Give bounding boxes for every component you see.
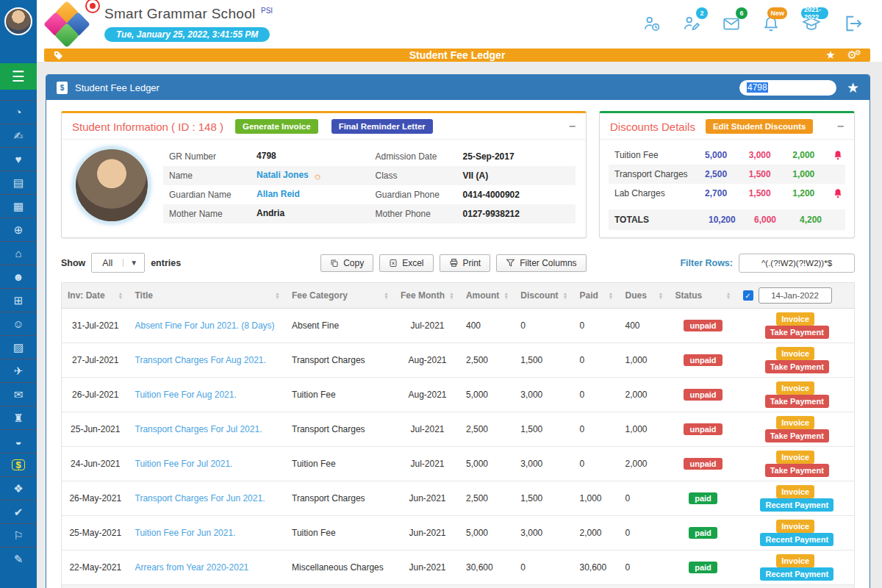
header-dues[interactable]: Dues▲▼ — [620, 283, 670, 309]
status-badge[interactable]: paid — [689, 527, 717, 539]
field-value: VII (A) — [457, 166, 576, 185]
sidebar-item-employees[interactable]: ☺ — [0, 312, 37, 335]
field-value[interactable]: 4798 — [257, 151, 276, 161]
filter-columns-button[interactable]: Filter Columns — [496, 254, 586, 272]
payment-action-button[interactable]: Take Payment — [765, 429, 829, 442]
copy-button[interactable]: Copy — [320, 254, 373, 272]
notifications-badge: New — [767, 7, 787, 19]
header-fee-category[interactable]: Fee Category▲▼ — [286, 283, 395, 309]
sidebar-item-website[interactable]: ⊕ — [0, 218, 37, 241]
cell-title-link[interactable]: Arrears from Year 2020-2021 — [129, 551, 287, 585]
payment-action-button[interactable]: Take Payment — [765, 395, 829, 408]
invoice-button[interactable]: Invoice — [776, 347, 814, 360]
visitors-button[interactable] — [642, 14, 662, 33]
final-reminder-letter-button[interactable]: Final Reminder Letter — [331, 119, 433, 134]
print-button[interactable]: Print — [440, 254, 491, 272]
status-badge[interactable]: unpaid — [684, 423, 722, 435]
sidebar-item-inventory[interactable]: ⌂ — [0, 241, 37, 265]
messages-button[interactable]: 6 — [722, 14, 741, 33]
menu-toggle-button[interactable]: ☰ — [0, 63, 37, 90]
payment-action-button[interactable]: Take Payment — [765, 464, 829, 477]
header-inv-date[interactable]: Inv: Date▲▼ — [62, 283, 129, 309]
sidebar-item-payroll[interactable]: ◒ — [0, 429, 37, 453]
sidebar-item-students[interactable]: ☻ — [0, 265, 37, 288]
field-value[interactable]: Natali Jones — [257, 170, 309, 180]
invoice-button[interactable]: Invoice — [776, 312, 814, 326]
academic-session-button[interactable]: 2021-2022 — [801, 14, 822, 33]
status-badge[interactable]: unpaid — [684, 458, 722, 470]
header-amount[interactable]: Amount▲▼ — [460, 283, 514, 309]
cell-title-link[interactable]: Tuition Fee For Jul 2021. — [129, 447, 287, 481]
edit-student-discounts-button[interactable]: Edit Student Discounts — [706, 119, 814, 134]
cell-fee-category: Tuition Fee — [286, 516, 395, 551]
sort-icon: ▲▼ — [604, 292, 614, 299]
sidebar-item-id-cards[interactable]: ▦ — [0, 194, 37, 218]
settings-gears-icon[interactable]: ⚙⚙ — [847, 49, 861, 62]
sidebar-item-icon: ✔ — [14, 506, 24, 517]
favorite-star-icon[interactable]: ★ — [825, 49, 835, 62]
cell-title-link[interactable]: Transport Charges For Jun 2021. — [129, 481, 287, 516]
invoice-button[interactable]: Invoice — [776, 485, 814, 498]
invoice-button[interactable]: Invoice — [776, 416, 814, 429]
payment-action-button[interactable]: Recent Payment — [760, 533, 833, 546]
status-badge[interactable]: unpaid — [684, 389, 722, 401]
sidebar-item-fee-ledger[interactable]: $ — [0, 453, 37, 476]
school-block: Smart Grammar School PSI Tue, January 25… — [104, 6, 273, 42]
user-avatar[interactable] — [4, 7, 32, 35]
sidebar-item-dashboard[interactable]: ◔ — [0, 100, 37, 123]
collapse-discounts-card-button[interactable]: − — [837, 121, 844, 132]
payment-action-button[interactable]: Recent Payment — [760, 567, 833, 581]
header-fee-month[interactable]: Fee Month▲▼ — [395, 283, 460, 309]
cell-title-link[interactable]: Transport Charges For Aug 2021. — [129, 343, 287, 378]
bookmark-star-icon[interactable]: ★ — [847, 79, 859, 96]
cell-title-link[interactable]: Absent Fine For Jun 2021. (8 Days) — [129, 309, 287, 343]
collapse-student-card-button[interactable]: − — [569, 121, 576, 132]
sidebar-item-health[interactable]: ♥ — [0, 147, 37, 171]
invoice-button[interactable]: Invoice — [776, 554, 814, 567]
notifications-button[interactable]: New — [761, 14, 781, 33]
field-value[interactable]: Allan Reid — [257, 189, 300, 199]
sidebar-item-staff[interactable]: ✍ — [0, 123, 37, 147]
staff-requests-button[interactable]: 2 — [682, 14, 701, 33]
status-badge[interactable]: unpaid — [684, 354, 722, 366]
generate-invoice-button[interactable]: Generate Invoice — [235, 119, 318, 134]
status-badge[interactable]: paid — [689, 562, 717, 573]
sort-icon: ▲▼ — [445, 292, 454, 299]
sidebar-item-fee-structure[interactable]: ▤ — [0, 171, 37, 194]
filter-rows-input[interactable] — [739, 254, 855, 273]
header-status[interactable]: Status▲▼ — [670, 283, 737, 309]
cell-amount: 2,500 — [460, 481, 514, 516]
invoice-button[interactable]: Invoice — [776, 520, 814, 533]
cell-title-link[interactable]: Tuition Fee For Aug 2021. — [129, 378, 287, 412]
entries-select[interactable]: All ▼ — [91, 253, 145, 273]
payment-action-button[interactable]: Recent Payment — [760, 498, 833, 512]
invoice-button[interactable]: Invoice — [776, 451, 814, 464]
sidebar-item-institution[interactable]: ♜ — [0, 406, 37, 429]
header-paid[interactable]: Paid▲▼ — [574, 283, 620, 309]
payment-action-button[interactable]: Take Payment — [765, 326, 829, 339]
date-filter-input[interactable] — [759, 287, 832, 304]
header-title[interactable]: Title▲▼ — [129, 283, 287, 309]
sidebar-item-student-groups[interactable]: ❖ — [0, 476, 37, 500]
logout-button[interactable] — [842, 13, 863, 34]
cell-title-link[interactable]: Tuition Fee For Jun 2021. — [129, 516, 287, 551]
cell-title-link[interactable]: Transport Charges For Jul 2021. — [129, 412, 287, 447]
sidebar-item-transport[interactable]: ✈ — [0, 359, 37, 382]
sidebar-item-fee-collection[interactable]: ✉ — [0, 382, 37, 406]
sidebar-item-academics[interactable]: ✎ — [0, 547, 37, 570]
sidebar-item-certificates[interactable]: ⚐ — [0, 523, 37, 547]
sidebar-item-gallery[interactable]: ▨ — [0, 335, 37, 359]
status-badge[interactable]: unpaid — [684, 320, 722, 331]
student-photo[interactable] — [74, 147, 150, 223]
invoice-button[interactable]: Invoice — [776, 381, 814, 395]
field-value[interactable]: Andria — [257, 208, 284, 218]
status-badge[interactable]: paid — [689, 492, 717, 504]
gr-number-search-input[interactable]: 4798 — [739, 80, 836, 96]
header-discount[interactable]: Discount▲▼ — [514, 283, 573, 309]
school-logo[interactable] — [46, 3, 88, 47]
payment-action-button[interactable]: Take Payment — [765, 360, 829, 373]
sidebar-item-attendance[interactable]: ⊞ — [0, 288, 37, 312]
date-filter-checkbox[interactable]: ✓ — [743, 290, 753, 301]
excel-button[interactable]: Excel — [379, 254, 433, 272]
sidebar-item-tasks[interactable]: ✔ — [0, 500, 37, 523]
